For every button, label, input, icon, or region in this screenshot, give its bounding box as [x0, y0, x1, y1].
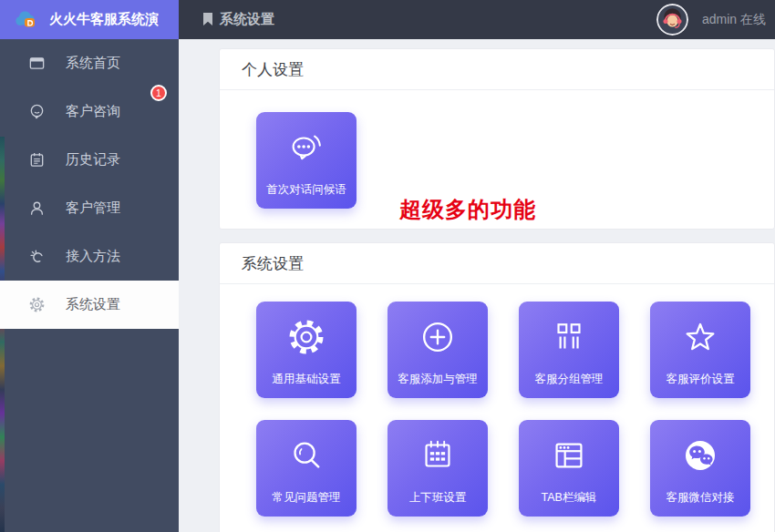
tile-tab-bar-edit[interactable]: TAB栏编辑: [519, 420, 619, 517]
tile-wechat-connect[interactable]: 客服微信对接: [650, 420, 750, 517]
topnav-system-settings[interactable]: 系统设置: [193, 0, 284, 39]
sidebar-item-label: 客户管理: [66, 200, 120, 217]
tile-agent-group-manage[interactable]: 客服分组管理: [519, 302, 619, 398]
sidebar-item-customer-manage[interactable]: 客户管理: [0, 184, 179, 232]
tile-label: 上下班设置: [388, 490, 488, 506]
brand-logo-block[interactable]: 火火牛客服系统演: [0, 0, 179, 39]
sidebar-item-label: 客户咨询: [66, 103, 120, 120]
plus-circle-icon: [388, 305, 488, 369]
tile-rating-settings[interactable]: 客服评价设置: [650, 302, 750, 398]
unread-badge: 1: [150, 85, 167, 101]
sidebar-item-system-home[interactable]: 系统首页: [0, 39, 179, 87]
calendar-icon: [388, 424, 488, 487]
tile-work-hours-settings[interactable]: 上下班设置: [388, 420, 488, 517]
user-icon: [27, 200, 46, 218]
history-notes-icon: [27, 151, 46, 169]
settings-tile-grid: 通用基础设置 客服添加与管理: [256, 302, 774, 517]
sidebar-item-history[interactable]: 历史记录: [0, 136, 179, 184]
topnav-label: 系统设置: [220, 11, 274, 28]
personal-settings-card: 个人设置 首次对话问候语 超级多的功能: [219, 48, 775, 230]
top-header: 火火牛客服系统演 系统设置: [0, 0, 775, 39]
chat-bubble-icon: [27, 103, 46, 121]
tile-label: 客服评价设置: [650, 372, 750, 387]
tile-general-settings[interactable]: 通用基础设置: [256, 302, 356, 398]
sidebar-item-customer-consult[interactable]: 客户咨询 1: [0, 87, 179, 136]
annotation-text: 超级多的功能: [399, 195, 536, 224]
search-icon: [256, 424, 356, 487]
app-window: 火火牛客服系统演 系统设置: [0, 0, 775, 532]
user-area: admin 在线: [656, 4, 775, 36]
gear-icon: [27, 296, 46, 314]
sidebar-item-label: 系统设置: [66, 296, 120, 313]
sidebar: 系统首页 客户咨询 1 历史记录: [0, 39, 179, 532]
gear-icon: [256, 305, 356, 369]
tile-label: 首次对话问候语: [256, 182, 356, 198]
avatar-image: [656, 4, 688, 36]
sidebar-item-access-methods[interactable]: 接入方法: [0, 232, 179, 281]
group-columns-icon: [519, 305, 619, 369]
bookmark-icon: [202, 13, 213, 26]
sidebar-item-label: 系统首页: [66, 55, 120, 72]
system-settings-card: 系统设置 通用基础设置: [219, 242, 775, 532]
tile-label: TAB栏编辑: [519, 490, 619, 506]
tile-label: 常见问题管理: [256, 490, 356, 506]
sidebar-item-label: 接入方法: [66, 248, 120, 265]
section-title: 系统设置: [220, 243, 774, 284]
section-title: 个人设置: [220, 49, 774, 90]
avatar[interactable]: [656, 4, 688, 36]
browser-home-icon: [27, 55, 46, 73]
brand-title: 火火牛客服系统演: [49, 11, 159, 28]
tile-label: 客服微信对接: [650, 490, 750, 506]
sidebar-item-label: 历史记录: [66, 151, 120, 169]
tile-agent-add-manage[interactable]: 客服添加与管理: [388, 302, 488, 398]
main-content: 个人设置 首次对话问候语 超级多的功能 系统设置: [179, 39, 775, 532]
sidebar-item-system-settings[interactable]: 系统设置: [0, 281, 179, 329]
brand-logo-icon: [13, 10, 40, 30]
chat-greeting-icon: [256, 116, 356, 179]
tile-label: 客服添加与管理: [388, 372, 488, 387]
user-status: admin 在线: [702, 12, 766, 28]
tab-window-icon: [519, 424, 619, 487]
link-icon: [27, 248, 46, 266]
wechat-icon: [650, 424, 750, 487]
tile-label: 通用基础设置: [256, 372, 356, 387]
star-icon: [650, 305, 750, 369]
tile-faq-manage[interactable]: 常见问题管理: [256, 420, 356, 517]
tile-label: 客服分组管理: [519, 372, 619, 387]
tile-first-greeting[interactable]: 首次对话问候语: [256, 112, 356, 209]
